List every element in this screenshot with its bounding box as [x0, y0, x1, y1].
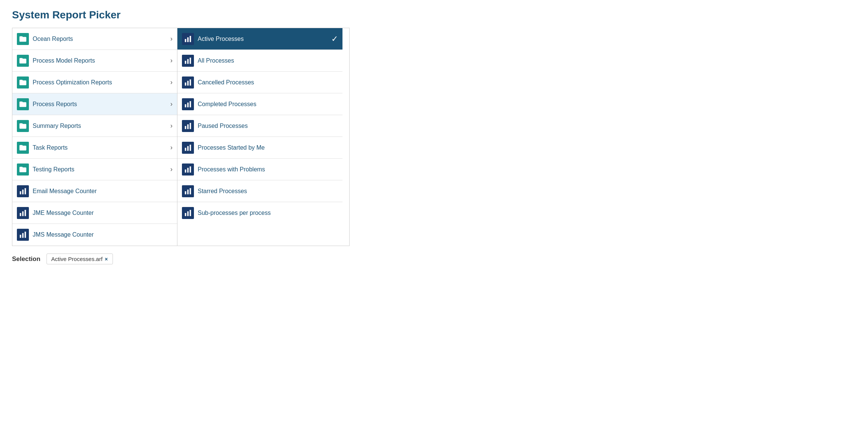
- item-label: Email Message Counter: [33, 188, 173, 195]
- chevron-right-icon: ›: [170, 144, 173, 152]
- svg-rect-31: [187, 189, 189, 194]
- chart-icon: [17, 207, 29, 219]
- svg-rect-8: [25, 232, 26, 238]
- svg-rect-30: [185, 191, 186, 194]
- chevron-right-icon: ›: [170, 57, 173, 64]
- svg-rect-13: [187, 59, 189, 64]
- left-item-ocean-reports[interactable]: Ocean Reports›: [12, 28, 177, 50]
- item-label: Processes with Problems: [198, 166, 338, 173]
- folder-icon: [17, 164, 29, 176]
- chart-icon: [182, 185, 194, 197]
- item-label: Summary Reports: [33, 123, 167, 129]
- svg-rect-26: [190, 144, 191, 151]
- left-item-testing-reports[interactable]: Testing Reports›: [12, 159, 177, 180]
- item-label: Cancelled Processes: [198, 79, 338, 86]
- left-scroll-area[interactable]: Ocean Reports› Process Model Reports› Pr…: [12, 28, 177, 246]
- svg-rect-10: [187, 37, 189, 42]
- item-label: Testing Reports: [33, 166, 167, 173]
- right-item-processes-started-by-me[interactable]: Processes Started by Me: [177, 137, 342, 159]
- svg-rect-5: [25, 210, 26, 216]
- svg-rect-22: [187, 124, 189, 129]
- selection-bar: Selection Active Processes.arf ×: [12, 254, 350, 264]
- svg-rect-11: [190, 36, 191, 42]
- svg-rect-21: [185, 126, 186, 129]
- item-label: Paused Processes: [198, 123, 338, 129]
- svg-rect-25: [187, 146, 189, 151]
- svg-rect-34: [187, 211, 189, 216]
- right-item-sub-processes-per-process[interactable]: Sub-processes per process: [177, 202, 342, 224]
- page-title: System Report Picker: [12, 9, 856, 21]
- chevron-right-icon: ›: [170, 100, 173, 108]
- right-item-active-processes[interactable]: Active Processes✓: [177, 28, 342, 50]
- svg-rect-27: [185, 170, 186, 172]
- svg-rect-32: [190, 188, 191, 194]
- chart-icon: [182, 33, 194, 45]
- check-icon: ✓: [331, 34, 338, 44]
- chevron-right-icon: ›: [170, 122, 173, 130]
- folder-icon: [17, 76, 29, 88]
- left-item-process-reports[interactable]: Process Reports›: [12, 93, 177, 115]
- folder-icon: [17, 55, 29, 67]
- left-item-task-reports[interactable]: Task Reports›: [12, 137, 177, 159]
- chart-icon: [182, 76, 194, 88]
- right-item-starred-processes[interactable]: Starred Processes: [177, 180, 342, 202]
- svg-rect-0: [20, 191, 21, 194]
- chart-icon: [182, 207, 194, 219]
- svg-rect-33: [185, 213, 186, 216]
- left-item-jme-message-counter[interactable]: JME Message Counter: [12, 202, 177, 224]
- left-item-email-message-counter[interactable]: Email Message Counter: [12, 180, 177, 202]
- right-item-processes-with-problems[interactable]: Processes with Problems: [177, 159, 342, 180]
- right-scroll-area[interactable]: Active Processes✓ All Processes Cancelle…: [177, 28, 342, 246]
- item-label: Process Reports: [33, 101, 167, 108]
- svg-rect-16: [187, 81, 189, 86]
- svg-rect-12: [185, 61, 186, 64]
- left-item-jms-message-counter[interactable]: JMS Message Counter: [12, 224, 177, 246]
- item-label: JMS Message Counter: [33, 231, 173, 238]
- svg-rect-4: [22, 211, 24, 216]
- svg-rect-35: [190, 210, 191, 216]
- svg-rect-9: [185, 39, 186, 42]
- item-label: Sub-processes per process: [198, 210, 338, 216]
- chart-icon: [182, 164, 194, 176]
- left-item-process-optimization-reports[interactable]: Process Optimization Reports›: [12, 72, 177, 93]
- svg-rect-15: [185, 82, 186, 86]
- clear-selection-button[interactable]: ×: [105, 256, 108, 262]
- right-panel: Active Processes✓ All Processes Cancelle…: [177, 28, 342, 246]
- left-item-process-model-reports[interactable]: Process Model Reports›: [12, 50, 177, 72]
- chart-icon: [182, 142, 194, 154]
- svg-rect-28: [187, 168, 189, 172]
- chart-icon: [182, 55, 194, 67]
- chart-icon: [17, 185, 29, 197]
- svg-rect-20: [190, 101, 191, 107]
- item-label: All Processes: [198, 57, 338, 64]
- right-item-paused-processes[interactable]: Paused Processes: [177, 115, 342, 137]
- folder-icon: [17, 98, 29, 110]
- svg-rect-19: [187, 102, 189, 107]
- chart-icon: [182, 98, 194, 110]
- folder-icon: [17, 33, 29, 45]
- item-label: Active Processes: [198, 36, 327, 42]
- right-item-all-processes[interactable]: All Processes: [177, 50, 342, 72]
- selection-tag[interactable]: Active Processes.arf ×: [47, 254, 113, 264]
- item-label: JME Message Counter: [33, 210, 173, 216]
- svg-rect-23: [190, 123, 191, 129]
- svg-rect-18: [185, 104, 186, 107]
- item-label: Task Reports: [33, 144, 167, 151]
- right-item-completed-processes[interactable]: Completed Processes: [177, 93, 342, 115]
- item-label: Process Optimization Reports: [33, 79, 167, 86]
- svg-rect-2: [25, 188, 26, 194]
- svg-rect-29: [190, 166, 191, 172]
- svg-rect-17: [190, 79, 191, 86]
- left-item-summary-reports[interactable]: Summary Reports›: [12, 115, 177, 137]
- svg-rect-6: [20, 235, 21, 238]
- report-picker: Ocean Reports› Process Model Reports› Pr…: [12, 28, 350, 246]
- item-label: Completed Processes: [198, 101, 338, 108]
- chevron-right-icon: ›: [170, 78, 173, 86]
- chart-icon: [17, 229, 29, 241]
- svg-rect-3: [20, 213, 21, 216]
- item-label: Starred Processes: [198, 188, 338, 195]
- svg-rect-24: [185, 148, 186, 151]
- item-label: Ocean Reports: [33, 36, 167, 42]
- right-item-cancelled-processes[interactable]: Cancelled Processes: [177, 72, 342, 93]
- left-panel: Ocean Reports› Process Model Reports› Pr…: [12, 28, 177, 246]
